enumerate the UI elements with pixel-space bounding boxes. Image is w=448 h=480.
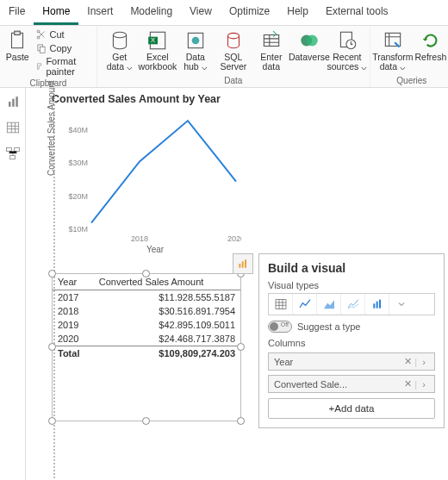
svg-rect-23 [6,147,11,151]
svg-rect-20 [12,99,15,107]
table-row[interactable]: 2020$24.468.717.3878 [53,332,240,346]
svg-rect-24 [14,147,19,151]
svg-rect-40 [373,303,375,308]
enter-data-button[interactable]: Enter data [252,26,290,72]
copy-button[interactable]: Copy [32,41,93,55]
svg-text:$10M: $10M [68,225,88,234]
vt-more[interactable] [389,294,414,315]
tab-optimize[interactable]: Optimize [221,0,278,25]
svg-point-11 [192,37,200,45]
svg-text:$20M: $20M [68,192,88,201]
svg-rect-19 [9,102,11,107]
table-row[interactable]: 2018$30.516.891.7954 [53,304,240,318]
refresh-icon [420,29,442,52]
line-chart-svg: $10M$20M$30M$40M20182020 [52,107,241,245]
sql-icon [222,29,245,52]
group-data: Data [224,75,242,87]
get-data-button[interactable]: Get data ⌵ [101,26,139,72]
brush-icon [35,60,44,72]
add-data-button[interactable]: +Add data [268,398,435,419]
svg-text:$30M: $30M [68,159,88,167]
col-amount[interactable]: Converted Sales Amount [94,274,240,290]
chart-title: Converted Sales Amount by Year [52,93,258,105]
svg-point-15 [307,35,318,47]
table-row[interactable]: 2017$11.928.555.5187 [53,290,240,305]
dataverse-button[interactable]: Dataverse [290,26,328,62]
svg-rect-25 [9,156,15,159]
chart-y-label: Converted Sales Amount [47,80,56,176]
recent-sources-button[interactable]: Recent sources ⌵ [328,26,366,72]
svg-point-6 [113,32,126,38]
build-visual-panel: Build a visual Visual types Off Suggest … [258,253,445,428]
suggest-label: Suggest a type [297,321,360,332]
vt-area[interactable] [317,294,341,315]
transform-icon [382,29,404,52]
chart-x-label: Year [52,245,258,254]
data-view-icon[interactable] [4,119,22,136]
vt-line[interactable] [293,294,317,315]
svg-rect-22 [7,122,18,133]
dataverse-icon [298,29,320,52]
vt-table[interactable] [269,294,293,315]
data-hub-button[interactable]: Data hub ⌵ [177,26,215,72]
tab-home[interactable]: Home [34,0,78,25]
table-row[interactable]: 2019$42.895.109.5011 [53,318,240,332]
visual-type-chip[interactable] [233,253,253,274]
svg-rect-37 [242,261,244,267]
remove-icon[interactable]: ✕ [402,378,413,390]
group-queries: Queries [396,75,426,87]
excel-button[interactable]: XExcel workbook [139,26,177,72]
paste-button[interactable]: Paste [3,26,32,62]
svg-text:$40M: $40M [68,126,88,134]
tab-insert[interactable]: Insert [78,0,121,25]
clipboard-icon [6,29,28,52]
vt-stacked[interactable] [341,294,365,315]
refresh-button[interactable]: Refresh [412,26,448,62]
remove-icon[interactable]: ✕ [402,356,413,367]
panel-title: Build a visual [268,261,435,275]
vt-column[interactable] [365,294,389,315]
field-converted-sales[interactable]: Converted Sale... ✕| › [268,375,435,393]
chevron-right-icon[interactable]: › [419,357,429,367]
svg-text:X: X [151,36,155,44]
svg-rect-21 [16,97,18,107]
scissors-icon [35,28,47,41]
svg-point-12 [227,33,239,39]
tab-view[interactable]: View [181,0,221,25]
svg-text:2018: 2018 [131,234,148,243]
col-year[interactable]: Year [53,274,94,290]
svg-rect-5 [40,47,45,53]
recent-icon [336,29,358,52]
ribbon: Paste Cut Copy Format painter Clipboard [0,26,448,88]
database-icon [109,29,131,52]
datahub-icon [184,29,207,52]
cut-button[interactable]: Cut [32,28,93,41]
format-painter-button[interactable]: Format painter [32,55,93,78]
chart-visual[interactable]: Converted Sales Amount by Year Converted… [52,93,258,254]
visual-types-label: Visual types [268,280,435,290]
visual-types-row [268,293,435,315]
excel-icon: X [146,29,169,52]
tab-external-tools[interactable]: External tools [317,0,397,25]
menubar: File Home Insert Modeling View Optimize … [0,0,448,26]
chevron-right-icon[interactable]: › [419,379,429,390]
suggest-toggle[interactable]: Off [268,321,292,333]
transform-data-button[interactable]: Transform data ⌵ [374,26,412,72]
table-total-row: Total$109,809,274.203 [53,346,240,361]
field-year[interactable]: Year ✕| › [268,352,435,371]
enter-data-icon [260,29,283,52]
svg-text:2020: 2020 [227,234,241,243]
tab-modeling[interactable]: Modeling [121,0,181,25]
svg-rect-39 [276,300,286,309]
sql-button[interactable]: SQL Server [215,26,252,72]
columns-label: Columns [268,338,435,348]
left-rail [0,88,26,480]
tab-help[interactable]: Help [278,0,317,25]
svg-rect-13 [264,35,278,47]
svg-rect-41 [376,302,377,309]
table-visual[interactable]: Year Converted Sales Amount 2017$11.928.… [52,273,241,421]
tab-file[interactable]: File [0,0,34,25]
report-view-icon[interactable] [4,93,22,110]
svg-rect-1 [15,31,21,34]
model-view-icon[interactable] [4,145,22,162]
